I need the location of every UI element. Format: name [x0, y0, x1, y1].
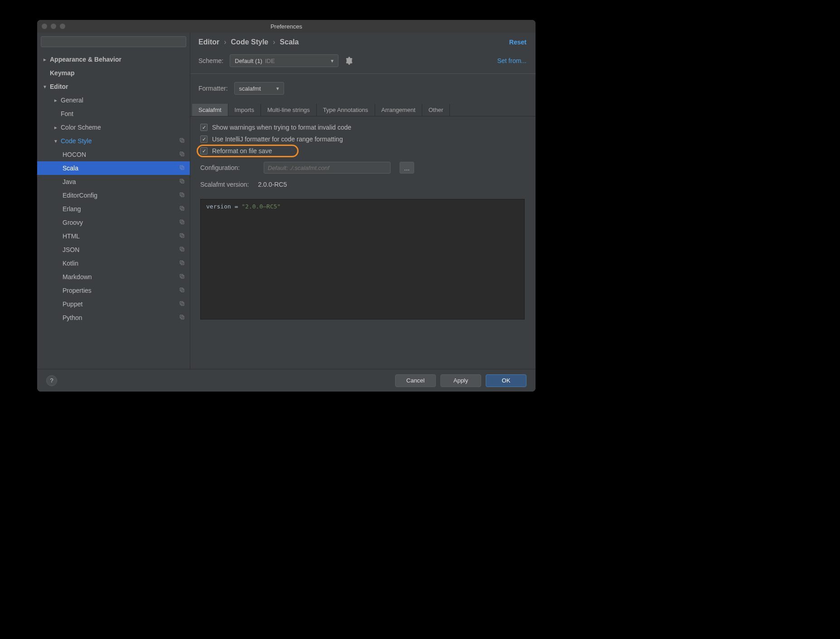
tree-item-label: HTML: [63, 232, 179, 240]
tree-item-markdown[interactable]: Markdown: [37, 270, 190, 284]
tree-item-python[interactable]: Python: [37, 311, 190, 324]
preferences-window: Preferences ►Appearance & Behavior►Keyma…: [37, 20, 536, 392]
search-input[interactable]: [41, 36, 186, 47]
tree-item-scala[interactable]: Scala: [37, 161, 190, 175]
window-title: Preferences: [37, 23, 536, 30]
tree-item-label: Properties: [63, 287, 179, 294]
minimize-window-button[interactable]: [51, 24, 56, 29]
tree-item-general[interactable]: ►General: [37, 93, 190, 107]
tab-imports[interactable]: Imports: [228, 104, 261, 116]
tree-item-label: Markdown: [63, 273, 179, 281]
tree-item-json[interactable]: JSON: [37, 243, 190, 257]
tree-item-appearance-behavior[interactable]: ►Appearance & Behavior: [37, 53, 190, 66]
scheme-scope-icon: [179, 151, 185, 159]
tab-scalafmt[interactable]: Scalafmt: [192, 104, 228, 116]
tree-item-label: Groovy: [63, 219, 179, 226]
svg-rect-18: [181, 248, 184, 251]
cancel-button[interactable]: Cancel: [395, 374, 436, 387]
gear-icon[interactable]: [345, 57, 353, 65]
settings-tree: ►Appearance & Behavior►Keymap▼Editor►Gen…: [37, 50, 190, 327]
configuration-row: Configuration: ...: [200, 162, 525, 174]
scheme-value: Default (1): [235, 58, 262, 64]
svg-rect-14: [181, 221, 184, 223]
tree-item-editorconfig[interactable]: EditorConfig: [37, 189, 190, 202]
version-row: Scalafmt version: 2.0.0-RC5: [200, 181, 525, 188]
tree-item-properties[interactable]: Properties: [37, 284, 190, 297]
svg-rect-19: [180, 247, 183, 250]
svg-rect-25: [180, 288, 183, 290]
scheme-scope: IDE: [265, 58, 275, 64]
tree-item-label: Scala: [63, 165, 179, 172]
scheme-scope-icon: [179, 300, 185, 308]
svg-rect-23: [180, 274, 183, 277]
tree-item-html[interactable]: HTML: [37, 229, 190, 243]
formatter-label: Formatter:: [198, 85, 228, 92]
chevron-down-icon: ▼: [275, 86, 280, 91]
chevron-right-icon: ►: [42, 57, 48, 62]
footer: ? Cancel Apply OK: [37, 369, 536, 392]
svg-rect-20: [181, 261, 184, 264]
browse-button[interactable]: ...: [400, 162, 414, 174]
svg-rect-16: [181, 234, 184, 237]
svg-rect-17: [180, 233, 183, 236]
scheme-scope-icon: [179, 137, 185, 145]
tree-item-label: EditorConfig: [63, 192, 179, 199]
checkbox-icon: ✓: [200, 147, 208, 155]
check-reformat-on-save[interactable]: ✓ Reformat on file save: [200, 147, 525, 155]
tree-item-kotlin[interactable]: Kotlin: [37, 257, 190, 270]
tree-item-erlang[interactable]: Erlang: [37, 202, 190, 216]
formatter-select[interactable]: scalafmt ▼: [234, 82, 284, 95]
check-use-intellij-formatter[interactable]: ✓ Use IntelliJ formatter for code range …: [200, 136, 525, 143]
traffic-lights: [42, 24, 65, 29]
version-label: Scalafmt version:: [200, 181, 249, 188]
chevron-right-icon: ►: [53, 98, 59, 103]
set-from-link[interactable]: Set from...: [497, 57, 526, 64]
svg-rect-3: [180, 138, 183, 141]
title-bar: Preferences: [37, 20, 536, 33]
svg-rect-11: [180, 193, 183, 195]
code-value: "2.0.0–RC5": [241, 203, 280, 210]
tree-item-editor[interactable]: ▼Editor: [37, 80, 190, 93]
tree-item-label: Editor: [50, 83, 185, 90]
scheme-scope-icon: [179, 165, 185, 172]
help-button[interactable]: ?: [46, 375, 57, 386]
tree-item-hocon[interactable]: HOCON: [37, 148, 190, 161]
scheme-scope-icon: [179, 273, 185, 281]
svg-rect-12: [181, 207, 184, 210]
tab-arrangement[interactable]: Arrangement: [375, 104, 422, 116]
formatter-value: scalafmt: [239, 85, 261, 92]
tree-item-puppet[interactable]: Puppet: [37, 297, 190, 311]
scheme-scope-icon: [179, 260, 185, 267]
scheme-scope-icon: [179, 192, 185, 199]
svg-rect-13: [180, 206, 183, 209]
configuration-input[interactable]: [264, 162, 391, 174]
tree-item-label: Kotlin: [63, 260, 179, 267]
tree-item-font[interactable]: ►Font: [37, 107, 190, 121]
tab-type-annotations[interactable]: Type Annotations: [317, 104, 375, 116]
apply-button[interactable]: Apply: [440, 374, 481, 387]
tree-item-keymap[interactable]: ►Keymap: [37, 66, 190, 80]
scheme-scope-icon: [179, 314, 185, 322]
tree-item-label: HOCON: [63, 151, 179, 158]
tree-item-color-scheme[interactable]: ►Color Scheme: [37, 121, 190, 134]
scheme-scope-icon: [179, 246, 185, 254]
close-window-button[interactable]: [42, 24, 47, 29]
zoom-window-button[interactable]: [60, 24, 65, 29]
tab-other[interactable]: Other: [422, 104, 450, 116]
tree-item-java[interactable]: Java: [37, 175, 190, 189]
svg-rect-5: [180, 152, 183, 155]
check-show-warnings[interactable]: ✓ Show warnings when trying to format in…: [200, 124, 525, 131]
tree-item-code-style[interactable]: ▼Code Style: [37, 134, 190, 148]
scheme-row: Scheme: Default (1) IDE ▼ Set from...: [198, 46, 526, 73]
svg-rect-9: [180, 179, 183, 182]
scheme-select[interactable]: Default (1) IDE ▼: [230, 54, 338, 67]
tree-item-groovy[interactable]: Groovy: [37, 216, 190, 229]
tab-multi-line-strings[interactable]: Multi-line strings: [261, 104, 317, 116]
breadcrumb-segment[interactable]: Editor: [198, 38, 219, 46]
chevron-down-icon: ▼: [42, 84, 48, 89]
reset-link[interactable]: Reset: [509, 39, 526, 46]
check-label: Reformat on file save: [212, 147, 272, 155]
ok-button[interactable]: OK: [486, 374, 526, 387]
svg-rect-26: [181, 302, 184, 305]
breadcrumb-segment[interactable]: Code Style: [231, 38, 269, 46]
